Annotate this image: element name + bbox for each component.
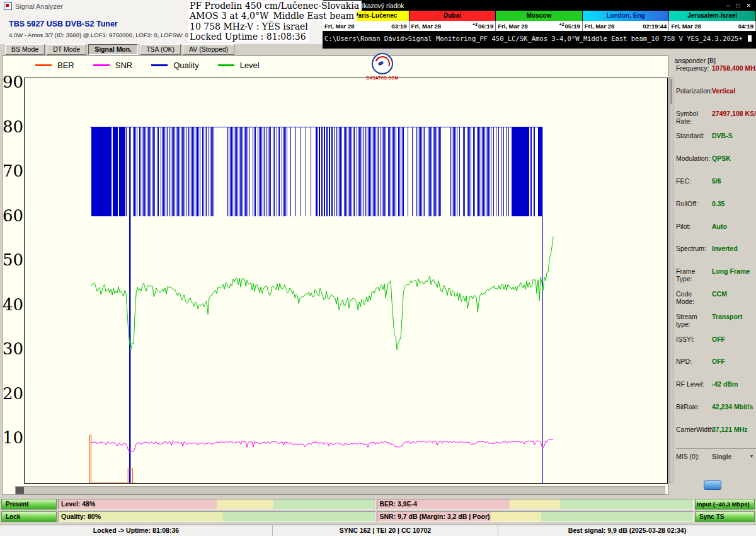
field-label: Pilot: [676,223,712,230]
signal-plot [24,78,668,484]
field-label: BitRate: [676,403,712,411]
tab-av-stopped[interactable]: AV (Stopped) [183,44,234,55]
y-axis-label-70: 70 [3,161,21,180]
console-title-bar[interactable]: Príkazový riadok ─□✕ [323,0,756,11]
tab-tsa-ok[interactable]: TSA (OK) [140,44,181,55]
clock-hhmm: +306:19 [472,22,493,30]
clock-date: Fri, Mar 28 [671,23,701,30]
y-axis-label-40: 40 [3,295,21,314]
tuner-details: 4.0W - Amos 3/7 (ID: 3560) @ LOF1: 97500… [9,32,188,38]
series-quality-bars [92,127,541,216]
series-ber [90,435,135,483]
field-label: Frequency: [676,64,712,72]
command-prompt-window[interactable]: Príkazový riadok ─□✕ Berlin-Paris-Lučene… [323,0,756,49]
console-prompt-line[interactable]: C:\Users\Roman Dávid>Signal Monitoring_P… [323,31,756,42]
maximize-icon[interactable]: □ [736,3,740,9]
meter-row: PresentLevel: 48%BER: 3,9E-4Input (~40,3… [1,499,755,510]
signal-meters: PresentLevel: 48%BER: 3,9E-4Input (~40,3… [1,499,755,524]
meter-label: Level: 48% [61,499,95,509]
clock-time-jerusalem-israel: Fri, Mar 2804:19 [669,21,756,31]
chart-vertical-scrollbar[interactable] [669,77,673,483]
mis-dropdown[interactable]: MIS (0):Single▾ [676,448,756,475]
tuner-name: TBS 5927 USB DVB-S2 Tuner [9,20,118,28]
clock-city-moscow: Moscow [496,11,583,21]
status-badge-sync-ts: Sync TS [695,511,755,522]
app-title-bar: Signal Analyzer [4,2,63,10]
transponder-row-modulation: Modulation:QPSK [676,154,756,177]
legend-label: SNR [115,61,132,70]
chevron-down-icon: ▾ [750,453,756,460]
y-axis-label-90: 90 [3,73,21,91]
meter-zone [541,512,693,521]
meter-zone [510,499,560,509]
overlay-line: Locked Uptime : 81:08:36 [188,32,309,42]
status-badge-present: Present [1,499,57,510]
clock-date: Fri, Mar 28 [411,23,442,30]
dxsatcs-logo-text: DXSATCS.COM [360,76,405,80]
field-value: 10758,400 MHz [712,64,756,72]
meter-row: LockQuality: 80%SNR: 9,7 dB (Margin: 3,2… [1,511,755,522]
field-label: Polarization: [676,87,712,95]
app-icon [4,2,12,10]
meter-quality: Quality: 80% [58,511,375,522]
legend-item-quality: Quality [151,61,198,70]
transponder-row-symbol-rate: Symbol Rate:27497,108 KS/s [676,110,756,132]
field-value: Long Frame [712,267,750,275]
field-label: Frame Type: [676,267,712,283]
chart-horizontal-scrollbar[interactable] [15,486,665,494]
y-axis-label-20: 20 [3,384,21,403]
transponder-row-standard: Standard:DVB-S [676,132,756,154]
meter-zone [217,499,273,509]
status-badge-input-40-3-mbps: Input (~40,3 Mbps) [695,499,755,510]
y-axis-label-80: 80 [3,117,21,136]
meter-zone [491,512,541,521]
field-value: OFF [712,358,725,365]
field-value: 42,234 Mbit/s [712,403,753,411]
meter-label: BER: 3,9E-4 [380,499,418,509]
overlay-line: PF Prodelin 450 cm/Lučenec-Slovakia [188,1,362,11]
field-label: Spectrum: [676,245,712,252]
field-value: 27497,108 KS/s [712,110,756,117]
field-value: 37,121 MHz [712,426,748,433]
panel-blue-button[interactable] [704,481,721,490]
clock-city-london-eng: London, Eng [583,11,670,21]
transponder-row-npd: NPD:OFF [676,358,756,380]
clock-hhmm: 02:19:44 [643,23,667,30]
series-snr [91,440,553,452]
transponder-row-stream-type: Stream type:Transport [676,313,756,335]
window-title: Signal Analyzer [15,3,63,10]
field-label: Modulation: [676,154,712,162]
close-icon[interactable]: ✕ [746,3,751,9]
field-label: ISSYI: [676,335,712,343]
transponder-row-polarization: Polarization:Vertical [676,87,756,110]
meter-level: Level: 48% [58,499,375,510]
legend-item-ber: BER [35,61,74,70]
clock-city-jerusalem-israel: Jerusalem-Israel [669,11,756,21]
dxsatcs-logo-icon [372,53,393,74]
legend-item-snr: SNR [93,61,132,70]
utc-offset: +3 [472,22,478,26]
transponder-row-fec: FEC:5/6 [676,177,756,200]
meter-zone [560,499,693,509]
vscroll-thumb[interactable] [670,79,672,104]
tab-signal-mon[interactable]: Signal Mon. [88,44,138,55]
transponder-row-bitrate: BitRate:42,234 Mbit/s [676,403,756,426]
signal-plot-svg [25,78,667,483]
status-badge-lock: Lock [1,511,57,522]
field-label: RollOff: [676,200,712,207]
mode-tabs: BS ModeDT ModeSignal Mon.TSA (OK)AV (Sto… [5,44,234,55]
transponder-rows: Frequency:10758,400 MHzPolarization:Vert… [676,64,756,474]
status-lock-uptime: Locked -> Uptime: 81:08:36 [0,525,273,536]
clock-date: Fri, Mar 28 [585,23,615,30]
tab-dt-mode[interactable]: DT Mode [47,44,86,55]
field-value: Auto [712,223,727,230]
legend-swatch-level [218,64,234,66]
transponder-row-rf-level: RF Level:-42 dBm [676,380,756,403]
hscroll-thumb[interactable] [16,487,24,494]
legend-item-level: Level [218,61,260,70]
legend-swatch-ber [35,64,52,66]
minimize-icon[interactable]: ─ [726,3,730,9]
clock-time-moscow: Fri, Mar 28+205:19 [496,21,583,31]
dxsatcs-logo: DXSATCS.COM [360,53,405,80]
tab-bs-mode[interactable]: BS Mode [5,44,45,55]
